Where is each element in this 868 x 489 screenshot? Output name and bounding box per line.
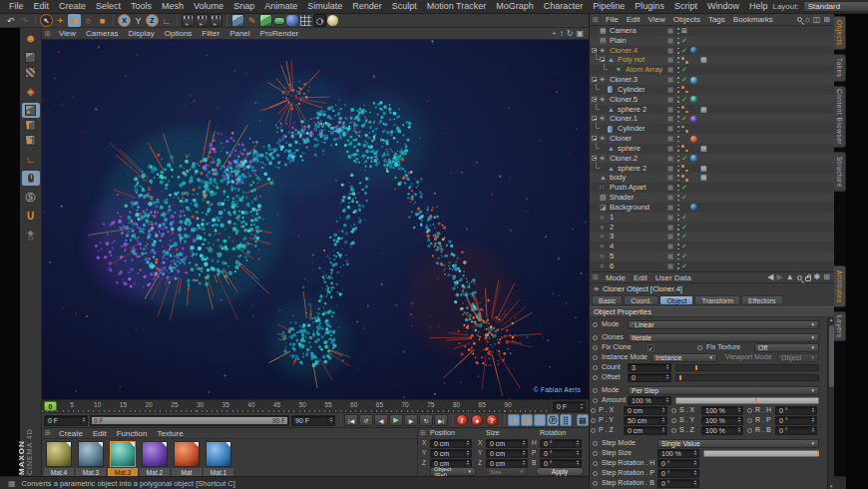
phong-tag-icon[interactable] (681, 106, 688, 113)
tree-row-atom-array-4[interactable]: ✶Atom Array✓ (590, 65, 835, 75)
edges-mode-icon[interactable] (22, 118, 40, 133)
anim-dot-icon[interactable] (593, 441, 598, 446)
anim-dot-icon[interactable] (593, 345, 598, 350)
points-mode-icon[interactable] (22, 103, 40, 118)
stepper-icon[interactable]: ▲▼ (659, 427, 666, 434)
phong-tag-icon[interactable] (681, 57, 688, 64)
enabled-check-icon[interactable]: ✓ (681, 154, 687, 164)
enabled-check-icon[interactable]: ✓ (681, 193, 687, 203)
visibility-dots[interactable] (677, 253, 679, 259)
attribute-menu-edit[interactable]: Edit (630, 271, 651, 284)
dolly-view-icon[interactable]: ↕ (560, 28, 564, 39)
tree-row-cloner-3-5[interactable]: ✳Cloner.3✓ (590, 75, 835, 85)
keyframe-selection-button[interactable]: ? (486, 414, 498, 426)
expand-icon[interactable] (592, 136, 597, 141)
slider-track[interactable] (675, 374, 819, 381)
visibility-dots[interactable] (677, 97, 679, 103)
material-mat[interactable]: Mat (172, 441, 202, 477)
panel-tab-layers[interactable]: Layers (834, 311, 846, 341)
material-tag[interactable] (690, 96, 697, 103)
phong-tag-icon[interactable] (681, 165, 688, 172)
nav-up-icon[interactable]: ▲ (786, 272, 794, 282)
search-icon[interactable] (797, 275, 802, 280)
stepper-icon[interactable]: ▲▼ (464, 440, 471, 447)
start-frame-field[interactable]: 0 F▲▼ (44, 415, 88, 426)
visibility-dots[interactable] (677, 57, 679, 63)
menu-script[interactable]: Script (669, 0, 702, 13)
anim-dot-icon[interactable] (593, 398, 598, 403)
tree-row-cloner-4-2[interactable]: ✳Cloner.4✓ (590, 46, 835, 56)
menu-sculpt[interactable]: Sculpt (387, 0, 422, 13)
material-mat-2[interactable]: Mat.2 (140, 441, 170, 477)
layer-toggle[interactable] (667, 97, 673, 103)
visibility-dots[interactable] (677, 107, 679, 113)
value-field[interactable]: 50 cm▲▼ (624, 416, 667, 425)
enabled-check-icon[interactable]: ✓ (681, 213, 687, 223)
visibility-dots[interactable] (677, 166, 679, 172)
render-settings-icon[interactable] (210, 14, 222, 27)
coord-field-position-y[interactable]: 0 cm▲▼ (430, 449, 472, 458)
menu-pipeline[interactable]: Pipeline (588, 0, 630, 13)
redo-icon[interactable]: ↷ (18, 14, 31, 27)
apply-button[interactable]: Apply (536, 467, 584, 476)
stepper-icon[interactable]: ▲▼ (80, 417, 87, 424)
value-field[interactable]: 0 °▲▼ (657, 469, 699, 478)
slider-handle[interactable] (817, 451, 819, 456)
texture-mode-icon[interactable] (22, 65, 40, 80)
menu-mesh[interactable]: Mesh (157, 0, 189, 13)
viewport-menu-panel[interactable]: Panel (224, 27, 254, 40)
visibility-dots[interactable] (677, 87, 679, 93)
key-scale-toggle[interactable]: ■ (521, 414, 533, 426)
autokey-button[interactable]: ● (471, 414, 483, 426)
stepper-icon[interactable]: ▲▼ (663, 397, 670, 404)
visibility-dots[interactable] (677, 195, 679, 201)
value-field[interactable]: 100 %▲▼ (657, 449, 699, 458)
tree-row-push-apart-16[interactable]: ∷Push Apart✓ (590, 183, 835, 193)
anim-dot-icon[interactable] (593, 335, 598, 340)
material-tag[interactable] (690, 204, 697, 211)
layer-toggle[interactable] (667, 185, 673, 191)
anim-dot-icon[interactable] (697, 345, 702, 350)
value-field[interactable]: 100 %▲▼ (701, 416, 743, 425)
anim-dot-icon[interactable] (671, 408, 676, 413)
enabled-check-icon[interactable]: ✓ (681, 242, 687, 251)
new-panel-icon[interactable]: ⊞ (823, 15, 830, 25)
menu-snap[interactable]: Snap (228, 0, 259, 13)
tweak-mode-icon[interactable] (22, 171, 40, 186)
dropdown-linear[interactable]: ∕Linear▼ (628, 320, 819, 329)
visibility-dots[interactable] (677, 185, 679, 191)
dropdown-per-step[interactable]: Per Step▼ (628, 386, 819, 395)
layer-toggle[interactable] (667, 146, 673, 152)
value-field[interactable]: 0 °▲▼ (775, 416, 817, 425)
expand-icon[interactable] (592, 116, 597, 121)
tree-row-sphere-2-8[interactable]: ▲sphere 2▦ (590, 105, 835, 115)
anim-dot-icon[interactable] (593, 375, 598, 380)
visibility-dots[interactable] (677, 136, 679, 142)
panel-grip-icon[interactable]: ⊞ (593, 16, 599, 24)
material-menu-create[interactable]: Create (54, 427, 88, 440)
snap-icon[interactable]: Ⓢ (22, 190, 40, 205)
expand-icon[interactable] (592, 77, 597, 82)
layout-select[interactable]: Standard ▼ (803, 1, 868, 12)
z-axis-lock-icon[interactable]: Z (146, 14, 159, 27)
nav-back-icon[interactable]: ◀ (767, 272, 773, 282)
anim-dot-icon[interactable] (593, 355, 598, 360)
layer-toggle[interactable] (667, 234, 673, 240)
tab-coord[interactable]: Coord. (624, 295, 658, 305)
visibility-dots[interactable] (677, 263, 679, 269)
phong-tag-icon[interactable] (681, 86, 688, 93)
menu-tools[interactable]: Tools (126, 0, 157, 13)
material-tag[interactable] (690, 116, 697, 123)
visibility-dots[interactable] (677, 116, 679, 122)
layer-toggle[interactable] (667, 253, 673, 259)
timeline-ruler[interactable]: 51015202530354045505560657075808590 0 0 … (42, 399, 589, 412)
key-pla-toggle[interactable]: ⣿ (560, 414, 572, 426)
stepper-icon[interactable]: ▲▼ (691, 480, 698, 487)
tree-row-camera-0[interactable]: ▦Camera⊠ (590, 26, 835, 36)
jump-end-button[interactable]: ▶| (434, 414, 448, 426)
timeline-mode-toggle[interactable]: ▤ (577, 414, 589, 426)
phong-tag-icon[interactable] (681, 126, 688, 133)
y-axis-lock-icon[interactable]: Y (132, 14, 145, 27)
tree-row-6-24[interactable]: ■6✓ (590, 261, 835, 271)
pan-view-icon[interactable]: + (552, 28, 557, 39)
